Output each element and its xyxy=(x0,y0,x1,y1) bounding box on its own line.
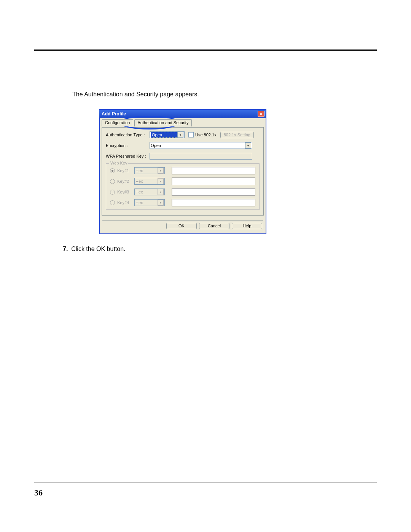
wep-key2-label: Key#2 xyxy=(117,179,134,184)
wep-key4-radio xyxy=(110,200,115,205)
encryption-select[interactable]: Open ▼ xyxy=(150,142,252,149)
wep-key3-format: Hex ▼ xyxy=(134,189,165,195)
wep-key-group: Wep Key Key#1 Hex ▼ Key#2 xyxy=(106,163,260,210)
ok-button[interactable]: OK xyxy=(166,223,197,229)
wep-key1-format: Hex ▼ xyxy=(134,167,165,174)
wpa-psk-label: WPA Preshared Key : xyxy=(106,154,150,158)
footer-rule xyxy=(34,482,377,482)
wep-key2-radio xyxy=(110,179,115,184)
wep-key3-radio xyxy=(110,190,115,195)
wep-key2-format-value: Hex xyxy=(135,179,143,184)
wep-key4-label: Key#4 xyxy=(117,201,134,205)
step-number: 7. xyxy=(63,246,68,252)
wep-key1-label: Key#1 xyxy=(117,169,134,173)
chevron-down-icon[interactable]: ▼ xyxy=(245,142,251,149)
wpa-psk-input xyxy=(150,153,252,160)
wep-legend: Wep Key xyxy=(109,161,128,165)
wep-key1-format-value: Hex xyxy=(135,169,143,173)
tab-authentication-security[interactable]: Authentication and Security xyxy=(134,119,192,126)
use-8021x-checkbox[interactable]: Use 802.1x xyxy=(188,132,217,137)
wep-key3-input xyxy=(172,188,255,196)
auth-type-label: Authentication Type : xyxy=(106,133,150,137)
chevron-down-icon[interactable]: ▼ xyxy=(177,132,183,138)
intro-text: The Authentication and Security page app… xyxy=(72,91,377,98)
auth-type-select[interactable]: Open ▼ xyxy=(150,131,185,138)
dialog-titlebar[interactable]: Add Profile × xyxy=(99,110,266,118)
checkbox-box[interactable] xyxy=(188,132,194,137)
wep-key3-label: Key#3 xyxy=(117,190,134,194)
add-profile-dialog: Add Profile × Configuration Authenticati… xyxy=(99,109,266,234)
wep-key4-format-value: Hex xyxy=(135,201,143,205)
wep-key2-input xyxy=(172,177,255,185)
chevron-down-icon: ▼ xyxy=(158,189,164,195)
dialog-separator xyxy=(102,220,263,220)
header-rule-thin xyxy=(34,68,377,68)
help-button[interactable]: Help xyxy=(232,223,262,229)
wep-key3-format-value: Hex xyxy=(135,190,143,194)
wep-key2-format: Hex ▼ xyxy=(134,178,165,185)
page-number: 36 xyxy=(34,488,43,498)
cancel-button[interactable]: Cancel xyxy=(199,223,229,229)
wep-key1-radio xyxy=(110,168,115,173)
wep-key4-format: Hex ▼ xyxy=(134,199,165,206)
tab-configuration[interactable]: Configuration xyxy=(102,119,133,126)
encryption-value: Open xyxy=(151,144,161,148)
close-icon[interactable]: × xyxy=(258,111,264,117)
step-7: 7. Click the OK button. xyxy=(63,246,377,252)
encryption-label: Encryption : xyxy=(106,144,150,148)
tab-panel: Authentication Type : Open ▼ Use 802.1x … xyxy=(102,127,264,216)
chevron-down-icon: ▼ xyxy=(158,178,164,184)
chevron-down-icon: ▼ xyxy=(158,200,164,206)
auth-type-value: Open xyxy=(151,132,177,138)
8021x-setting-button: 802.1x Setting xyxy=(220,132,254,138)
chevron-down-icon: ▼ xyxy=(158,168,164,174)
use-8021x-label: Use 802.1x xyxy=(195,133,217,137)
dialog-title: Add Profile xyxy=(102,112,126,116)
wep-key4-input xyxy=(172,199,255,206)
wep-key1-input xyxy=(172,167,255,174)
step-text: Click the OK button. xyxy=(71,246,125,252)
